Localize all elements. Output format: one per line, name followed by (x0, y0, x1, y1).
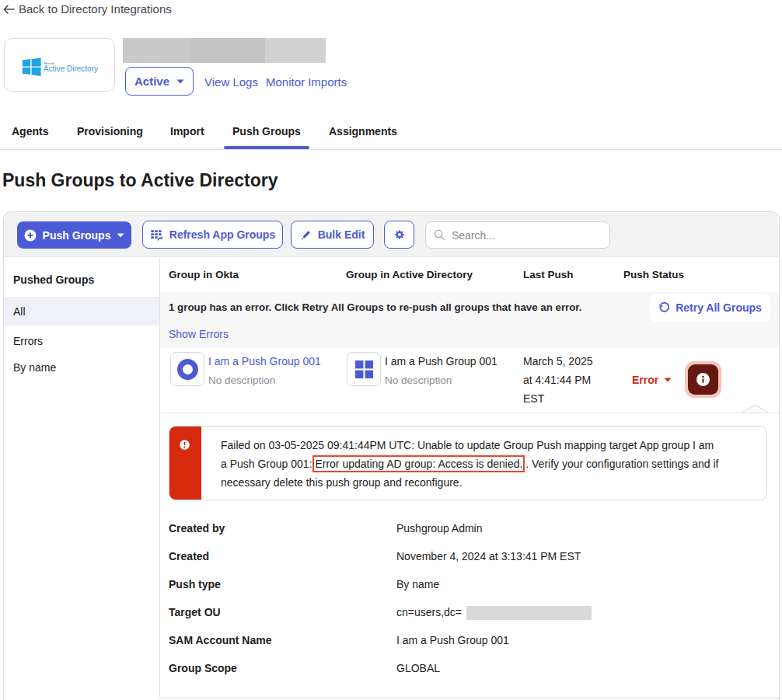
svg-text:Active Directory: Active Directory (44, 64, 98, 73)
